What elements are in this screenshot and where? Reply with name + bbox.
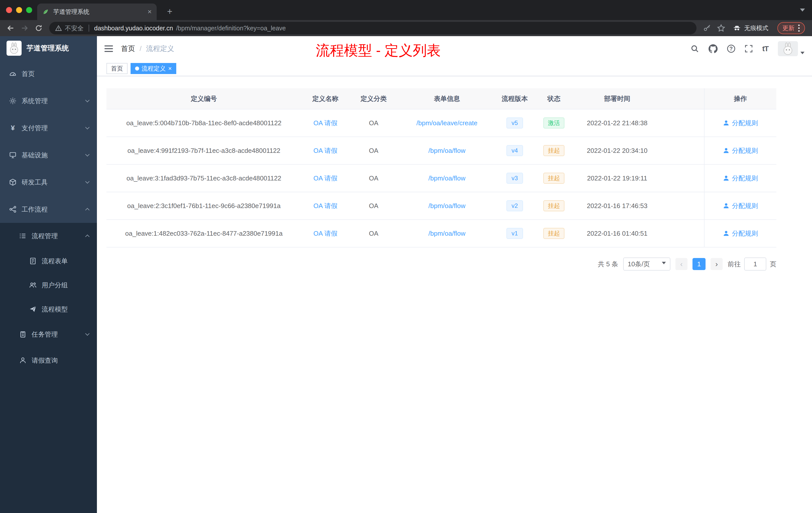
person-icon (19, 357, 27, 364)
browser-tab[interactable]: 芋道管理系统 × (37, 3, 157, 20)
tags-view-bar: 首页 流程定义 × (97, 61, 812, 76)
bookmark-star-icon[interactable] (715, 22, 728, 35)
sidebar-item-leave-query[interactable]: 请假查询 (0, 348, 97, 373)
assign-rule-button[interactable]: 分配规则 (723, 174, 758, 183)
browser-window: 芋道管理系统 × + 不安全 dashboard.yudao.iocoder.c… (0, 0, 812, 513)
address-bar[interactable]: 不安全 dashboard.yudao.iocoder.cn/bpm/manag… (49, 22, 696, 34)
definition-name-link[interactable]: OA 请假 (313, 147, 337, 154)
chevron-down-icon (85, 332, 90, 336)
sidebar-item-label: 流程模型 (42, 305, 68, 314)
person-icon (723, 147, 729, 154)
sidebar-item-label: 工作流程 (22, 205, 48, 214)
tab-favicon-icon (42, 8, 49, 15)
sidebar-item-payment[interactable]: ¥ 支付管理 (0, 115, 97, 142)
form-info-link[interactable]: /bpm/oa/flow (428, 230, 465, 237)
definition-name-link[interactable]: OA 请假 (313, 119, 337, 127)
person-icon (723, 203, 729, 209)
sidebar-item-label: 基础设施 (22, 151, 48, 160)
sidebar-item-infrastructure[interactable]: 基础设施 (0, 142, 97, 169)
tab-title: 芋道管理系统 (53, 8, 144, 16)
version-badge: v2 (506, 200, 523, 211)
breadcrumb-home[interactable]: 首页 (121, 44, 135, 54)
reload-button[interactable] (32, 22, 45, 35)
form-info-link[interactable]: /bpm/oa/flow (428, 175, 465, 182)
document-icon (29, 257, 37, 265)
assign-rule-button[interactable]: 分配规则 (723, 229, 758, 238)
user-avatar-menu[interactable] (778, 41, 805, 56)
yen-icon: ¥ (9, 124, 17, 132)
chevron-down-icon (85, 98, 90, 102)
table-row: oa_leave:1:482ec033-762a-11ec-8477-a2380… (107, 220, 776, 247)
minimize-window-button[interactable] (16, 7, 22, 13)
definition-name-link[interactable]: OA 请假 (313, 230, 337, 237)
sidebar-item-user-groups[interactable]: 用户分组 (0, 273, 97, 297)
github-icon[interactable] (708, 44, 718, 53)
tab-search-chevron-icon[interactable] (800, 8, 805, 11)
close-window-button[interactable] (6, 7, 12, 13)
sidebar-item-system[interactable]: 系统管理 (0, 87, 97, 115)
definition-id: oa_leave:3:1fad3d93-7b75-11ec-a3c8-acde4… (107, 175, 301, 182)
browser-update-button[interactable]: 更新 (777, 22, 805, 34)
column-header: 部署时间 (575, 94, 660, 103)
deploy-time: 2022-01-16 17:46:53 (575, 202, 660, 210)
sidebar-item-home[interactable]: 首页 (0, 60, 97, 87)
breadcrumb: 首页 / 流程定义 (121, 44, 174, 54)
page-size-select[interactable]: 10条/页 (623, 258, 670, 271)
forward-button[interactable] (18, 22, 31, 35)
definition-category: OA (349, 230, 398, 237)
incognito-badge: 无痕模式 (733, 24, 768, 32)
annotation-overlay-text: 流程模型 - 定义列表 (316, 41, 441, 60)
help-icon[interactable]: ? (727, 45, 735, 53)
sidebar-logo-row[interactable]: 芋道管理系统 (0, 36, 97, 60)
pagination-goto: 前往 页 (728, 258, 776, 271)
navbar-actions: ? tT (691, 41, 805, 56)
sidebar-item-process-models[interactable]: 流程模型 (0, 297, 97, 321)
incognito-label: 无痕模式 (744, 24, 768, 32)
top-navbar: 首页 / 流程定义 流程模型 - 定义列表 ? tT (97, 36, 812, 61)
form-info-link[interactable]: /bpm/oa/leave/create (416, 119, 477, 127)
url-divider (89, 25, 89, 32)
app-title: 芋道管理系统 (27, 43, 69, 53)
tab-close-icon[interactable]: × (148, 8, 152, 16)
tag-label: 首页 (111, 64, 123, 72)
form-info-link[interactable]: /bpm/oa/flow (428, 147, 465, 154)
assign-rule-button[interactable]: 分配规则 (723, 202, 758, 210)
person-icon (723, 120, 729, 126)
sidebar-collapse-button[interactable] (105, 46, 113, 52)
form-info-link[interactable]: /bpm/oa/flow (428, 202, 465, 210)
chevron-down-icon (801, 52, 805, 54)
sidebar-item-process-forms[interactable]: 流程表单 (0, 249, 97, 273)
tag-close-icon[interactable]: × (168, 65, 172, 72)
fullscreen-icon[interactable] (745, 45, 753, 53)
assign-rule-button[interactable]: 分配规则 (723, 146, 758, 155)
sidebar-item-label: 流程管理 (32, 232, 58, 240)
avatar (778, 41, 798, 56)
search-icon[interactable] (691, 44, 699, 53)
prev-page-button[interactable]: ‹ (675, 258, 688, 270)
definition-name-link[interactable]: OA 请假 (313, 202, 337, 210)
next-page-button[interactable]: › (710, 258, 723, 270)
assign-rule-button[interactable]: 分配规则 (723, 119, 758, 127)
goto-page-input[interactable] (744, 258, 766, 271)
kebab-menu-icon[interactable] (798, 24, 800, 32)
sidebar-item-label: 用户分组 (42, 281, 68, 290)
security-label[interactable]: 不安全 (65, 24, 84, 32)
new-tab-button[interactable]: + (163, 4, 177, 19)
deploy-time: 2022-01-22 19:19:11 (575, 175, 660, 182)
page-number-1[interactable]: 1 (693, 258, 705, 270)
tag-home[interactable]: 首页 (107, 63, 127, 74)
page-size-value: 10条/页 (628, 260, 650, 269)
window-controls (6, 7, 32, 13)
table-row: oa_leave:4:991f2193-7b7f-11ec-a3c8-acde4… (107, 137, 776, 164)
sidebar-item-workflow[interactable]: 工作流程 (0, 196, 97, 223)
chevron-up-icon (85, 208, 90, 212)
font-size-icon[interactable]: tT (762, 44, 768, 53)
sidebar-item-devtools[interactable]: 研发工具 (0, 169, 97, 196)
back-button[interactable] (4, 22, 17, 35)
definition-name-link[interactable]: OA 请假 (313, 175, 337, 182)
sidebar-item-task-management[interactable]: 任务管理 (0, 321, 97, 348)
tag-process-definition[interactable]: 流程定义 × (130, 63, 176, 74)
maximize-window-button[interactable] (26, 7, 32, 13)
passwords-key-icon[interactable] (700, 22, 714, 35)
sidebar-item-process-management[interactable]: 流程管理 (0, 223, 97, 249)
